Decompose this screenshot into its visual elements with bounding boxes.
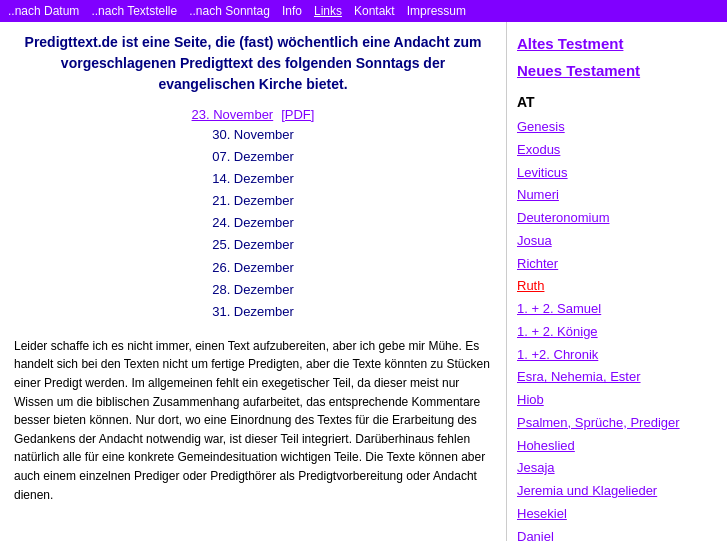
- book-hoheslied[interactable]: Hoheslied: [517, 435, 717, 458]
- book-esra[interactable]: Esra, Nehemia, Ester: [517, 366, 717, 389]
- intro-content: Predigttext.de ist eine Seite, die (fast…: [25, 34, 482, 92]
- date-item-2: 07. Dezember: [14, 146, 492, 168]
- pdf-link[interactable]: [PDF]: [281, 107, 314, 122]
- nav-nach-textstelle[interactable]: ..nach Textstelle: [91, 4, 177, 18]
- nav-links[interactable]: Links: [314, 4, 342, 18]
- date-list: 23. November [PDF] 30. November 07. Deze…: [14, 107, 492, 323]
- book-jeremia[interactable]: Jeremia und Klagelieder: [517, 480, 717, 503]
- main-layout: Predigttext.de ist eine Seite, die (fast…: [0, 22, 727, 541]
- nav-nach-datum[interactable]: ..nach Datum: [8, 4, 79, 18]
- book-deuteronomium[interactable]: Deuteronomium: [517, 207, 717, 230]
- intro-text: Predigttext.de ist eine Seite, die (fast…: [14, 32, 492, 95]
- date-item-4: 21. Dezember: [14, 190, 492, 212]
- book-koenige[interactable]: 1. + 2. Könige: [517, 321, 717, 344]
- date-item-1: 30. November: [14, 124, 492, 146]
- right-panel[interactable]: Altes Testment Neues Testament AT Genesi…: [507, 22, 727, 541]
- date-item-7: 26. Dezember: [14, 257, 492, 279]
- book-daniel[interactable]: Daniel: [517, 526, 717, 542]
- bottom-text: Leider schaffe ich es nicht immer, einen…: [14, 337, 492, 504]
- book-richter[interactable]: Richter: [517, 253, 717, 276]
- book-ruth[interactable]: Ruth: [517, 275, 717, 298]
- at-header: AT: [517, 94, 717, 110]
- nav-impressum[interactable]: Impressum: [407, 4, 466, 18]
- date-item-3: 14. Dezember: [14, 168, 492, 190]
- date-item-6: 25. Dezember: [14, 234, 492, 256]
- book-genesis[interactable]: Genesis: [517, 116, 717, 139]
- book-josua[interactable]: Josua: [517, 230, 717, 253]
- book-numeri[interactable]: Numeri: [517, 184, 717, 207]
- book-hesekiel[interactable]: Hesekiel: [517, 503, 717, 526]
- date-item-8: 28. Dezember: [14, 279, 492, 301]
- book-leviticus[interactable]: Leviticus: [517, 162, 717, 185]
- first-date-link[interactable]: 23. November: [192, 107, 274, 122]
- book-psalmen[interactable]: Psalmen, Sprüche, Prediger: [517, 412, 717, 435]
- nav-info[interactable]: Info: [282, 4, 302, 18]
- left-panel: Predigttext.de ist eine Seite, die (fast…: [0, 22, 507, 541]
- book-chronik[interactable]: 1. +2. Chronik: [517, 344, 717, 367]
- book-hiob[interactable]: Hiob: [517, 389, 717, 412]
- book-samuel[interactable]: 1. + 2. Samuel: [517, 298, 717, 321]
- nav-kontakt[interactable]: Kontakt: [354, 4, 395, 18]
- book-jesaja[interactable]: Jesaja: [517, 457, 717, 480]
- top-navigation: ..nach Datum ..nach Textstelle ..nach So…: [0, 0, 727, 22]
- altes-testament-link[interactable]: Altes Testment: [517, 30, 717, 57]
- book-exodus[interactable]: Exodus: [517, 139, 717, 162]
- date-item-5: 24. Dezember: [14, 212, 492, 234]
- nav-nach-sonntag[interactable]: ..nach Sonntag: [189, 4, 270, 18]
- neues-testament-link[interactable]: Neues Testament: [517, 57, 717, 84]
- date-item-9: 31. Dezember: [14, 301, 492, 323]
